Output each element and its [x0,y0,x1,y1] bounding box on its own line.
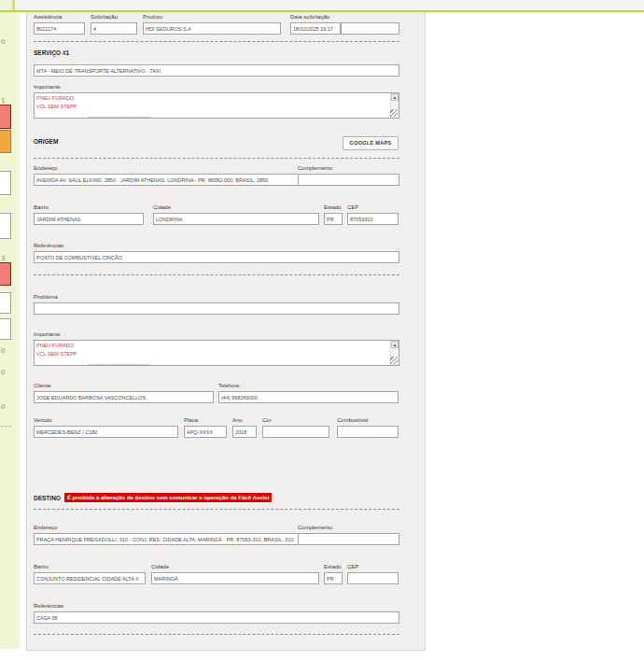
produto-field: Produto [143,14,281,35]
gutter-orange-cell[interactable] [0,130,11,153]
gutter-input-cell[interactable] [0,292,11,314]
cor-label: Cor [262,417,329,423]
origem-cep-field: CEP [347,204,399,225]
destino-heading: DESTINO [34,495,61,501]
google-maps-button[interactable]: GOOGLE MAPS [343,136,399,150]
gutter-number: 0 [1,402,5,411]
gutter-input-cell[interactable] [0,213,11,239]
gutter-red-cell[interactable] [0,262,11,286]
ano-input[interactable] [232,426,257,438]
importante-origem-label: Importante [34,331,399,337]
section-separator [34,41,399,42]
origem-cidade-label: Cidade [153,204,319,210]
scroll-up-arrow-icon[interactable]: ▴ [391,341,399,348]
gutter-divider [0,426,11,427]
origem-cidade-field: Cidade [153,204,319,225]
data-solicitacao-input[interactable] [290,22,341,35]
destino-endereco-label: Endereço [34,525,300,530]
data-solicitacao-extra-input[interactable] [341,22,399,35]
origem-estado-label: Estado [324,204,343,210]
top-left-block [0,0,12,10]
important-note-line: PNEU FURADO [36,94,389,103]
destino-bairro-label: Bairro [34,564,146,569]
left-gutter-table: 0 1 3 0 0 0 [0,12,20,649]
section-separator [34,634,399,635]
origem-cidade-input[interactable] [153,213,319,225]
telefone-label: Telefone [218,383,399,388]
telefone-input[interactable] [218,391,399,403]
origem-bairro-label: Bairro [34,204,144,210]
gutter-red-cell[interactable] [0,105,11,129]
assistance-form-page: { "window": { "accent_line_color": "#c3d… [0,0,644,660]
destino-complemento-input[interactable] [298,533,399,545]
destino-cep-field: CEP [347,564,399,584]
origem-cep-label: CEP [347,204,399,210]
combustivel-label: Combustível [337,417,399,423]
importante-servico-textarea[interactable]: PNEU FURADO VCL SEM STEPP ______________… [34,92,399,119]
produto-label: Produto [143,14,281,20]
solicitacao-label: Solicitação [91,14,137,20]
destino-cidade-label: Cidade [151,564,319,569]
destino-cep-label: CEP [347,564,399,569]
destino-bairro-input[interactable] [34,572,146,584]
destino-cep-input[interactable] [347,572,399,584]
problema-field: Problema [34,294,399,315]
destino-referencias-input[interactable] [34,611,399,624]
destino-referencias-field: Referências [34,603,399,624]
section-separator [34,274,399,275]
important-note-line: ______________________ [36,111,389,119]
combustivel-input[interactable] [337,426,399,438]
resize-grip-icon[interactable] [390,357,398,364]
resize-grip-icon[interactable] [390,109,398,117]
importante-origem-field: Importante [34,331,399,340]
origem-bairro-input[interactable] [34,213,144,225]
section-separator [34,158,399,159]
destino-estado-field: Estado [324,564,343,584]
ano-label: Ano [232,417,257,423]
servico-heading: SERVIÇO #1 [34,49,69,56]
origem-endereco-field: Endereço [34,165,300,186]
solicitacao-input[interactable] [91,22,137,35]
gutter-input-cell[interactable] [0,318,11,340]
servico-tipo-input[interactable] [34,64,399,77]
destino-heading-row: DESTINO É proibida a alteração de destin… [34,493,272,502]
origem-complemento-label: Complemento [298,165,399,171]
placa-input[interactable] [184,426,227,438]
importante-origem-textarea[interactable]: PNEU FURADO VCL SEM STEPP ______________… [34,340,399,366]
cliente-field: Cliente [34,383,214,403]
destino-referencias-label: Referências [34,603,399,609]
destino-cidade-input[interactable] [151,572,319,584]
veiculo-input[interactable] [34,426,178,438]
gutter-number: 1 [1,96,5,105]
destino-estado-label: Estado [324,564,343,569]
cliente-input[interactable] [34,391,214,403]
scroll-up-arrow-icon[interactable]: ▴ [391,93,399,101]
gutter-number: 0 [1,37,5,46]
origem-endereco-label: Endereço [34,165,300,171]
data-solicitacao-field: Data solicitação [290,14,341,35]
cor-field: Cor [262,417,329,438]
problema-input[interactable] [34,302,399,315]
origem-endereco-input[interactable] [34,174,300,186]
destino-complemento-field: Complemento [298,525,399,545]
gutter-number: 0 [1,368,5,376]
origem-complemento-input[interactable] [298,174,399,186]
placa-label: Placa [184,417,227,423]
produto-input[interactable] [143,22,281,35]
origem-cep-input[interactable] [347,213,399,225]
problema-label: Problema [34,294,399,300]
origem-referencias-input[interactable] [34,251,399,263]
cor-input[interactable] [262,426,329,438]
gutter-number: 3 [1,254,5,262]
assistencia-input[interactable] [34,22,85,35]
important-note-line: PNEU FURADO [36,342,389,350]
ano-field: Ano [232,417,257,438]
data-solicitacao-label: Data solicitação [290,14,341,20]
origem-estado-input[interactable] [324,213,343,225]
destino-endereco-input[interactable] [34,533,300,545]
origem-bairro-field: Bairro [34,204,144,225]
destino-cidade-field: Cidade [151,564,319,584]
destino-estado-input[interactable] [324,572,343,584]
cliente-label: Cliente [34,383,214,388]
gutter-input-cell[interactable] [0,171,11,195]
